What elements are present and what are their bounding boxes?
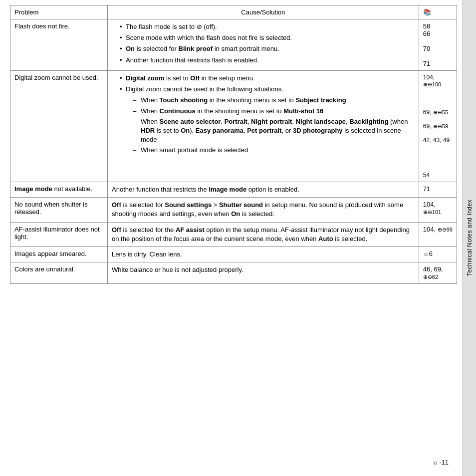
problem-cell: Colors are unnatural. — [10, 262, 108, 284]
table-row: AF-assist illuminator does not light.Off… — [10, 222, 457, 246]
problem-cell: No sound when shutter is released. — [10, 198, 108, 222]
page-icon: ☼ — [432, 459, 438, 466]
side-tab: Technical Notes and Index — [462, 0, 476, 476]
cause-cell: Another function that restricts the Imag… — [108, 182, 419, 198]
ref-cell: 104,⊕⊖10069, ⊕⊖5569, ⊕⊖5942, 43, 4954 — [419, 71, 457, 182]
table-row: Images appear smeared.Lens is dirty. Cle… — [10, 246, 457, 262]
problem-cell: Digital zoom cannot be used. — [10, 71, 108, 182]
table-row: Colors are unnatural.White balance or hu… — [10, 262, 457, 284]
table-row: Flash does not fire. The flash mode is s… — [10, 19, 457, 71]
ref-cell: ☼6 — [419, 246, 457, 262]
side-tab-label: Technical Notes and Index — [466, 200, 473, 276]
problem-cell: Flash does not fire. — [10, 19, 108, 71]
ref-cell: 58667071 — [419, 19, 457, 71]
problem-cell: AF-assist illuminator does not light. — [10, 222, 108, 246]
cause-cell: Digital zoom is set to Off in the setup … — [108, 71, 419, 182]
ref-cell: 46, 69,⊕⊖62 — [419, 262, 457, 284]
table-row: Digital zoom cannot be used. Digital zoo… — [10, 71, 457, 182]
cause-cell: The flash mode is set to ⊘ (off). Scene … — [108, 19, 419, 71]
cause-cell: Lens is dirty. Clean lens. — [108, 246, 419, 262]
page-number: ☼-11 — [432, 459, 449, 466]
header-problem: Problem — [10, 5, 108, 19]
cause-cell: Off is selected for Sound settings > Shu… — [108, 198, 419, 222]
ref-cell: 104, ⊕⊖99 — [419, 222, 457, 246]
header-ref: 📚 — [419, 5, 457, 19]
book-icon: 📚 — [423, 8, 431, 16]
header-cause: Cause/Solution — [108, 5, 419, 19]
cause-cell: White balance or hue is not adjusted pro… — [108, 262, 419, 284]
table-row: Image mode not available.Another functio… — [10, 182, 457, 198]
problem-cell: Image mode not available. — [10, 182, 108, 198]
problem-cell: Images appear smeared. — [10, 246, 108, 262]
ref-cell: 71 — [419, 182, 457, 198]
table-row: No sound when shutter is released.Off is… — [10, 198, 457, 222]
ref-cell: 104,⊕⊖101 — [419, 198, 457, 222]
cause-cell: Off is selected for the AF assist option… — [108, 222, 419, 246]
